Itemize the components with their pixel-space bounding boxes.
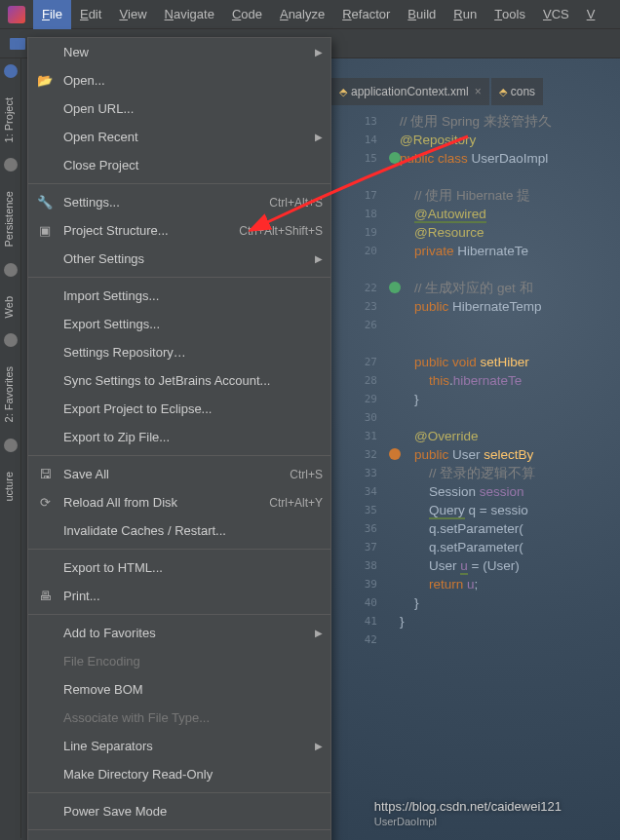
menu-item-open-url[interactable]: Open URL... <box>28 95 330 123</box>
menu-run[interactable]: Run <box>445 0 485 29</box>
menu-item-close-project[interactable]: Close Project <box>28 151 330 179</box>
side-tab-web[interactable]: Web <box>0 286 18 327</box>
menu-item-open[interactable]: 📂Open... <box>28 66 330 95</box>
code-line[interactable]: @Override <box>400 427 620 445</box>
code-line[interactable] <box>400 408 620 427</box>
menu-item-import-settings[interactable]: Import Settings... <box>28 282 330 310</box>
file-menu-dropdown: New▶📂Open...Open URL...Open Recent▶Close… <box>27 37 331 840</box>
code-line[interactable]: public HibernateTemp <box>400 297 620 316</box>
menu-build[interactable]: Build <box>399 0 445 29</box>
code-line[interactable] <box>400 260 620 279</box>
side-tab-1--project[interactable]: 1: Project <box>0 88 18 152</box>
code-line[interactable]: } <box>400 612 620 630</box>
code-line[interactable]: this.hibernateTe <box>400 371 620 390</box>
gutter-line: 13 <box>331 112 385 131</box>
submenu-arrow-icon: ▶ <box>315 253 323 264</box>
file-tab-cons[interactable]: ⬘cons <box>491 78 543 105</box>
menu-item-label: Export Settings... <box>63 317 323 331</box>
menu-edit[interactable]: Edit <box>71 0 110 29</box>
gutter-mark-icon[interactable] <box>389 282 401 293</box>
code-area[interactable]: // 使用 Spring 来接管持久@Repositorypublic clas… <box>400 112 620 840</box>
separator <box>28 614 330 615</box>
code-line[interactable] <box>400 649 620 668</box>
menu-file[interactable]: File <box>33 0 71 29</box>
menu-item-icon: 🔧 <box>36 195 54 210</box>
code-line[interactable] <box>400 316 620 334</box>
code-line[interactable]: } <box>400 390 620 408</box>
menu-item-icon: ⟳ <box>36 495 54 510</box>
code-line[interactable]: } <box>400 593 620 612</box>
menu-tools[interactable]: Tools <box>485 0 534 29</box>
code-line[interactable] <box>400 630 620 649</box>
menu-item-invalidate-caches-restart[interactable]: Invalidate Caches / Restart... <box>28 516 330 545</box>
menu-item-label: Project Structure... <box>63 223 239 238</box>
code-line[interactable]: public User selectBy <box>400 445 620 464</box>
menu-navigate[interactable]: Navigate <box>156 0 223 29</box>
menu-item-export-to-zip-file[interactable]: Export to Zip File... <box>28 423 330 451</box>
gutter-mark-icon[interactable] <box>389 448 401 460</box>
code-line[interactable]: @Repository <box>400 131 620 149</box>
menu-item-sync-settings-to-jetbrains-account[interactable]: Sync Settings to JetBrains Account... <box>28 366 330 395</box>
menu-item-exit[interactable]: Exit <box>28 834 330 840</box>
menu-item-label: Open URL... <box>63 101 323 116</box>
menu-item-icon: 📂 <box>36 73 54 88</box>
side-tab-ucture[interactable]: ucture <box>0 462 18 512</box>
code-line[interactable]: public void setHiber <box>400 353 620 371</box>
gutter-line: 19 <box>331 223 385 242</box>
menu-item-project-structure[interactable]: ▣Project Structure...Ctrl+Alt+Shift+S <box>28 216 330 245</box>
gutter-mark-icon[interactable] <box>389 152 401 164</box>
code-line[interactable] <box>400 168 620 186</box>
code-line[interactable]: private HibernateTe <box>400 242 620 260</box>
code-line[interactable]: // 登录的逻辑不算 <box>400 464 620 482</box>
code-line[interactable]: public class UserDaoImpl <box>400 149 620 168</box>
menu-code[interactable]: Code <box>223 0 271 29</box>
folder-icon[interactable] <box>10 38 25 50</box>
menu-item-make-directory-read-only[interactable]: Make Directory Read-Only <box>28 760 330 788</box>
editor-tab-bar: ⬘applicationContext.xml×⬘cons <box>331 78 620 105</box>
menu-item-save-all[interactable]: 🖫Save AllCtrl+S <box>28 460 330 488</box>
menu-item-power-save-mode[interactable]: Power Save Mode <box>28 797 330 825</box>
menu-item-add-to-favorites[interactable]: Add to Favorites▶ <box>28 619 330 647</box>
menu-item-remove-bom[interactable]: Remove BOM <box>28 675 330 704</box>
menu-vcs[interactable]: VCS <box>534 0 578 29</box>
code-line[interactable] <box>400 334 620 353</box>
menu-item-icon: ▣ <box>36 223 54 238</box>
menu-item-line-separators[interactable]: Line Separators▶ <box>28 732 330 760</box>
code-line[interactable]: @Resource <box>400 223 620 242</box>
xml-file-icon: ⬘ <box>339 86 347 98</box>
menu-item-export-settings[interactable]: Export Settings... <box>28 310 330 338</box>
menu-item-export-project-to-eclipse[interactable]: Export Project to Eclipse... <box>28 395 330 423</box>
menu-item-label: Reload All from Disk <box>63 495 269 510</box>
file-tab-applicationcontext-xml[interactable]: ⬘applicationContext.xml× <box>331 78 489 105</box>
menu-view[interactable]: View <box>110 0 155 29</box>
gutter: 1314151718192022232627282930313233343536… <box>331 112 385 840</box>
code-line[interactable]: return u; <box>400 575 620 593</box>
menu-item-reload-all-from-disk[interactable]: ⟳Reload All from DiskCtrl+Alt+Y <box>28 488 330 516</box>
menu-item-new[interactable]: New▶ <box>28 38 330 66</box>
code-line[interactable]: Query q = sessio <box>400 501 620 519</box>
menu-item-open-recent[interactable]: Open Recent▶ <box>28 123 330 151</box>
code-line[interactable]: Session session <box>400 482 620 501</box>
side-tab-persistence[interactable]: Persistence <box>0 181 18 256</box>
menu-item-print[interactable]: 🖶Print... <box>28 582 330 610</box>
code-line[interactable]: // 生成对应的 get 和 <box>400 279 620 297</box>
menu-item-other-settings[interactable]: Other Settings▶ <box>28 245 330 273</box>
submenu-arrow-icon: ▶ <box>315 628 323 638</box>
menu-v[interactable]: V <box>578 0 604 29</box>
menu-item-export-to-html[interactable]: Export to HTML... <box>28 554 330 582</box>
code-line[interactable]: // 使用 Hibernate 提 <box>400 186 620 205</box>
side-tab-2--favorites[interactable]: 2: Favorites <box>0 357 18 432</box>
gutter-line <box>331 649 385 668</box>
menu-analyze[interactable]: Analyze <box>271 0 333 29</box>
code-line[interactable]: q.setParameter( <box>400 538 620 556</box>
menu-item-settings[interactable]: 🔧Settings...Ctrl+Alt+S <box>28 188 330 216</box>
code-line[interactable]: User u = (User) <box>400 556 620 575</box>
code-line[interactable]: q.setParameter( <box>400 519 620 538</box>
code-line[interactable]: // 使用 Spring 来接管持久 <box>400 112 620 131</box>
menu-item-label: New <box>63 45 309 59</box>
menu-item-settings-repository[interactable]: Settings Repository… <box>28 338 330 366</box>
close-icon[interactable]: × <box>475 85 482 98</box>
menu-item-label: Other Settings <box>63 251 309 266</box>
code-line[interactable]: @Autowired <box>400 205 620 223</box>
menu-refactor[interactable]: Refactor <box>333 0 399 29</box>
